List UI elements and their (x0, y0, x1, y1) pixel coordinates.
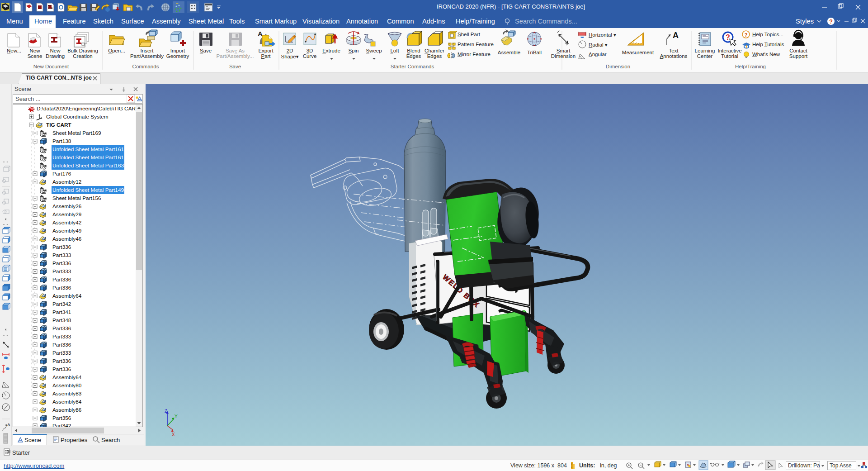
svg-text:Part336: Part336 (52, 325, 71, 332)
svg-text:Part336: Part336 (52, 285, 71, 291)
svg-text:A: A (7, 423, 10, 427)
svg-text:Assembly46: Assembly46 (52, 236, 82, 242)
svg-text:Assembly64: Assembly64 (52, 293, 82, 299)
svg-text:Assembly49: Assembly49 (52, 228, 81, 234)
svg-text:Part176: Part176 (52, 171, 71, 177)
svg-text:Part348: Part348 (52, 317, 71, 324)
svg-text:Part333: Part333 (52, 252, 71, 258)
svg-text:Part336: Part336 (52, 260, 71, 266)
svg-text:Y: Y (175, 414, 178, 419)
svg-text:?: ? (745, 32, 748, 38)
svg-text:?: ? (829, 18, 833, 25)
svg-text:Assembly64: Assembly64 (52, 374, 82, 381)
svg-text:Assembly42: Assembly42 (52, 219, 81, 226)
svg-text:?: ? (726, 33, 730, 41)
svg-text:Assembly86: Assembly86 (52, 407, 82, 413)
svg-text:A: A (258, 30, 263, 38)
svg-text:Unfolded Sheet Metal Part149: Unfolded Sheet Metal Part149 (52, 187, 124, 193)
svg-text:Part336: Part336 (52, 342, 71, 348)
svg-text:Assembly29: Assembly29 (52, 211, 81, 218)
svg-text:Assembly12: Assembly12 (52, 179, 81, 185)
svg-text:Assembly83: Assembly83 (52, 390, 82, 397)
svg-text:Assembly80: Assembly80 (52, 382, 82, 389)
svg-text:Assembly84: Assembly84 (52, 399, 82, 405)
svg-text:Part341: Part341 (52, 309, 71, 315)
svg-text:Part333: Part333 (52, 333, 71, 340)
svg-text:Part336: Part336 (52, 276, 71, 283)
svg-text:A: A (673, 31, 679, 40)
svg-text:Search: Search (101, 437, 120, 443)
svg-text:Unfolded Sheet Metal Part163: Unfolded Sheet Metal Part163 (52, 162, 124, 169)
svg-text:D:\data\2020\Engineering\Caleb: D:\data\2020\Engineering\Caleb\TIG CART … (37, 105, 136, 112)
svg-text:TIG CART: TIG CART (46, 122, 71, 128)
svg-text:Sheet Metal Part156: Sheet Metal Part156 (52, 195, 101, 201)
svg-text:Scene: Scene (24, 437, 41, 443)
svg-text:Part356: Part356 (52, 415, 71, 421)
svg-text:Part336: Part336 (52, 244, 71, 250)
svg-text:Global Coordinate System: Global Coordinate System (46, 114, 108, 120)
svg-text:Sheet Metal Part169: Sheet Metal Part169 (52, 130, 101, 136)
svg-text:Unfolded Sheet Metal Part161: Unfolded Sheet Metal Part161 (52, 146, 124, 152)
svg-text:Part333: Part333 (52, 268, 71, 275)
svg-text:Part336: Part336 (52, 358, 71, 364)
svg-text:Part333: Part333 (52, 350, 71, 356)
svg-text:Unfolded Sheet Metal Part161: Unfolded Sheet Metal Part161 (52, 154, 124, 161)
svg-text:X: X (172, 432, 175, 437)
svg-text:Properties: Properties (61, 437, 88, 443)
svg-text:Z: Z (165, 409, 167, 414)
svg-text:Part342: Part342 (52, 301, 71, 307)
svg-text:Part342: Part342 (52, 423, 71, 427)
svg-text:Assembly26: Assembly26 (52, 203, 82, 209)
svg-text:Part336: Part336 (52, 366, 71, 372)
svg-text:Part138: Part138 (52, 138, 71, 144)
